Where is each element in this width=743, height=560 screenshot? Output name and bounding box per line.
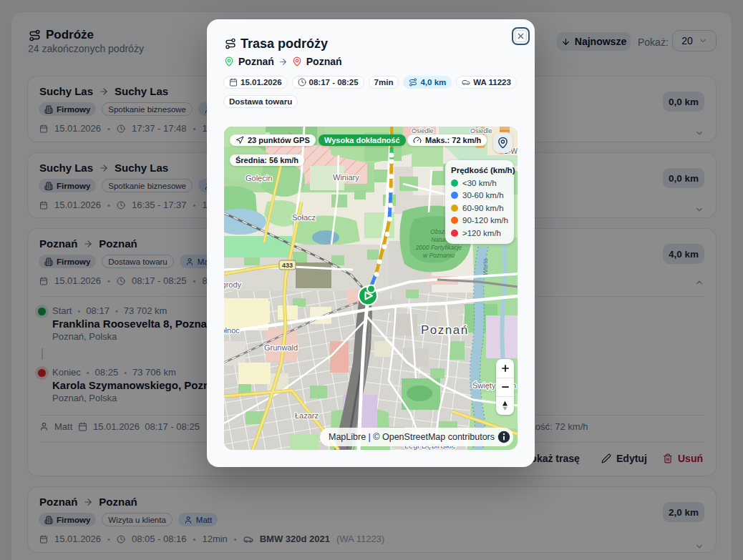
svg-text:Ogrody: Ogrody xyxy=(224,280,242,289)
svg-text:Warta: Warta xyxy=(482,258,489,275)
svg-text:Osiedle: Osiedle xyxy=(470,127,492,134)
svg-text:Łazarz: Łazarz xyxy=(295,411,319,420)
svg-text:Golęcin: Golęcin xyxy=(246,174,272,182)
svg-text:Osiedle: Osiedle xyxy=(412,127,434,134)
svg-text:2000 Fortyfikacje: 2000 Fortyfikacje xyxy=(415,244,462,251)
svg-text:Grunwald: Grunwald xyxy=(264,343,298,352)
svg-text:Grunwald Północ: Grunwald Północ xyxy=(224,326,240,335)
svg-text:433: 433 xyxy=(282,262,293,269)
svg-text:Winiary: Winiary xyxy=(333,173,359,182)
svg-text:Sołacz: Sołacz xyxy=(292,213,316,222)
svg-text:Poznań: Poznań xyxy=(421,323,469,337)
svg-text:w Poznaniu: w Poznaniu xyxy=(423,252,455,259)
